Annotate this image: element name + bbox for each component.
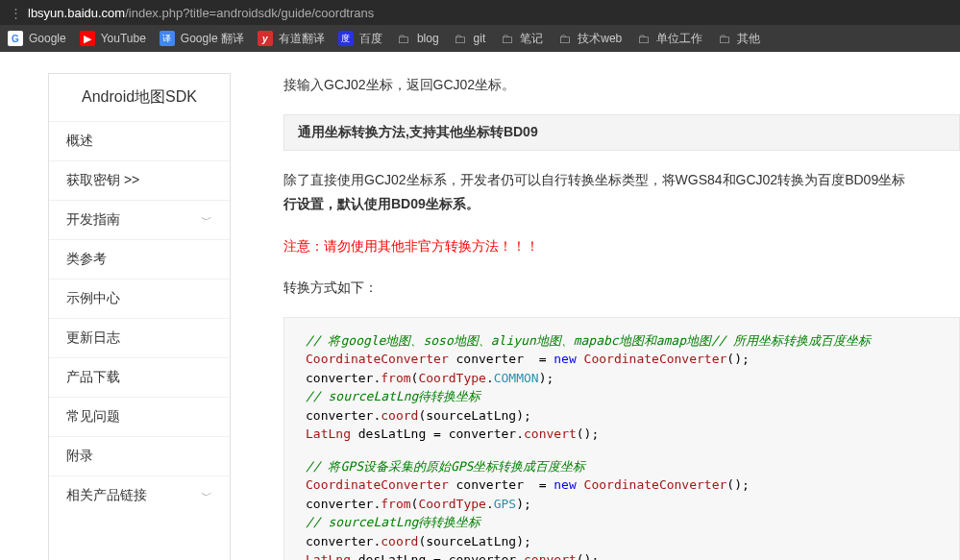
- bookmark-label: 有道翻译: [279, 31, 325, 47]
- code-method: coord: [381, 534, 418, 548]
- code-ident: converter: [441, 552, 516, 560]
- chevron-down-icon: ﹀: [201, 488, 212, 504]
- sidebar-item-label: 类参考: [66, 251, 107, 268]
- bookmark-label: 其他: [737, 31, 760, 47]
- code-punc: .: [516, 552, 524, 560]
- code-comment: // sourceLatLng待转换坐标: [306, 389, 480, 403]
- sidebar: Android地图SDK 概述获取密钥 >>开发指南﹀类参考示例中心更新日志产品…: [48, 73, 231, 560]
- section-header: 通用坐标转换方法,支持其他坐标转BD09: [283, 114, 960, 151]
- sidebar-item-label: 概述: [66, 133, 93, 150]
- code-ident: converter: [306, 534, 373, 548]
- code-sp: [577, 352, 584, 366]
- code-ident: converter: [449, 352, 539, 366]
- folder-icon: 🗀: [716, 31, 731, 46]
- code-type: CoordType: [418, 371, 485, 385]
- bookmark-item[interactable]: 🗀笔记: [499, 31, 543, 47]
- sidebar-item[interactable]: 相关产品链接﹀: [49, 475, 230, 515]
- paragraph: 转换方式如下：: [283, 276, 960, 300]
- bookmark-item[interactable]: GGoogle: [8, 31, 66, 46]
- code-type: LatLng: [306, 426, 351, 441]
- code-type: CoordinateConverter: [306, 352, 449, 366]
- sidebar-item[interactable]: 获取密钥 >>: [49, 160, 230, 200]
- code-punc: );: [539, 371, 554, 385]
- translate-icon: 译: [160, 31, 175, 46]
- bookmark-item[interactable]: 🗀git: [453, 31, 486, 46]
- paragraph: 除了直接使用GCJ02坐标系，开发者仍可以自行转换坐标类型，将WGS84和GCJ…: [283, 168, 960, 216]
- bookmark-item[interactable]: 🗀blog: [396, 31, 439, 46]
- code-punc: ();: [726, 352, 749, 366]
- bookmark-label: 笔记: [520, 31, 543, 47]
- code-ident: sourceLatLng: [426, 534, 516, 548]
- sidebar-item-label: 示例中心: [66, 290, 120, 307]
- bookmark-item[interactable]: y有道翻译: [258, 31, 325, 47]
- youtube-icon: ▶: [80, 31, 95, 46]
- sidebar-item[interactable]: 开发指南﹀: [49, 200, 230, 239]
- bookmark-label: Google 翻译: [181, 31, 244, 47]
- code-ident: sourceLatLng: [426, 408, 516, 423]
- url-bar[interactable]: ⋮ lbsyun.baidu.com/index.php?title=andro…: [0, 0, 960, 25]
- sidebar-item-label: 附录: [66, 448, 93, 465]
- site-info-icon: ⋮: [10, 6, 22, 20]
- code-punc: .: [486, 497, 494, 511]
- bookmarks-bar: GGoogle▶YouTube译Google 翻译y有道翻译度百度🗀blog🗀g…: [0, 25, 960, 52]
- code-method: convert: [524, 552, 577, 560]
- code-ident: desLatLng: [351, 552, 433, 560]
- sidebar-item[interactable]: 附录: [49, 436, 230, 475]
- bookmark-item[interactable]: 🗀技术web: [556, 31, 622, 47]
- code-comment: // 将google地图、soso地图、aliyun地图、mapabc地图和am…: [306, 333, 871, 348]
- chevron-down-icon: ﹀: [201, 212, 212, 229]
- code-const: GPS: [494, 497, 516, 511]
- code-punc: ();: [577, 552, 599, 560]
- folder-icon: 🗀: [499, 31, 514, 46]
- baidu-icon: 度: [338, 31, 354, 46]
- bookmark-label: git: [474, 32, 486, 45]
- code-keyword: new: [554, 352, 576, 366]
- code-blank: [306, 444, 938, 457]
- code-punc: );: [516, 408, 531, 423]
- code-punc: ();: [726, 477, 749, 492]
- code-comment: // 将GPS设备采集的原始GPS坐标转换成百度坐标: [306, 459, 585, 474]
- code-method: from: [381, 371, 410, 385]
- code-method: from: [381, 497, 410, 511]
- sidebar-title: Android地图SDK: [49, 74, 230, 121]
- google-icon: G: [8, 31, 23, 46]
- code-punc: .: [486, 371, 494, 385]
- code-type: CoordinateConverter: [306, 477, 449, 492]
- code-sp: [577, 477, 584, 492]
- url-host: lbsyun.baidu.com: [28, 6, 125, 20]
- code-op: =: [433, 426, 441, 441]
- bookmark-label: 技术web: [578, 31, 622, 47]
- sidebar-item-label: 开发指南: [66, 211, 120, 229]
- code-block: // 将google地图、soso地图、aliyun地图、mapabc地图和am…: [283, 317, 960, 560]
- sidebar-item-label: 常见问题: [66, 408, 120, 426]
- code-punc: ();: [577, 426, 599, 441]
- intro-text: 接输入GCJ02坐标，返回GCJ02坐标。: [283, 73, 960, 97]
- sidebar-item-label: 产品下载: [66, 369, 120, 386]
- code-type: LatLng: [306, 552, 351, 560]
- code-comment: // sourceLatLng待转换坐标: [306, 515, 480, 529]
- bookmark-label: blog: [417, 32, 439, 45]
- bookmark-item[interactable]: 度百度: [338, 31, 382, 47]
- bookmark-label: Google: [29, 32, 66, 45]
- sidebar-item[interactable]: 示例中心: [49, 279, 230, 318]
- bookmark-item[interactable]: ▶YouTube: [80, 31, 146, 46]
- sidebar-item[interactable]: 类参考: [49, 239, 230, 279]
- bookmark-item[interactable]: 🗀其他: [716, 31, 760, 47]
- code-ident: converter: [306, 497, 373, 511]
- bookmark-item[interactable]: 译Google 翻译: [160, 31, 244, 47]
- sidebar-item[interactable]: 更新日志: [49, 318, 230, 357]
- folder-icon: 🗀: [635, 31, 651, 46]
- folder-icon: 🗀: [556, 31, 572, 46]
- code-const: COMMON: [494, 371, 539, 385]
- code-ident: desLatLng: [351, 426, 433, 441]
- bookmark-item[interactable]: 🗀单位工作: [635, 31, 702, 47]
- youdao-icon: y: [258, 31, 273, 46]
- page-container: Android地图SDK 概述获取密钥 >>开发指南﹀类参考示例中心更新日志产品…: [0, 52, 960, 560]
- sidebar-item[interactable]: 产品下载: [49, 357, 230, 397]
- code-type: CoordinateConverter: [584, 352, 727, 366]
- sidebar-item[interactable]: 概述: [49, 121, 230, 160]
- bookmark-label: 单位工作: [656, 31, 702, 47]
- warning-text: 注意：请勿使用其他非官方转换方法！！！: [283, 234, 960, 258]
- sidebar-item-label: 更新日志: [66, 329, 120, 347]
- sidebar-item[interactable]: 常见问题: [49, 397, 230, 436]
